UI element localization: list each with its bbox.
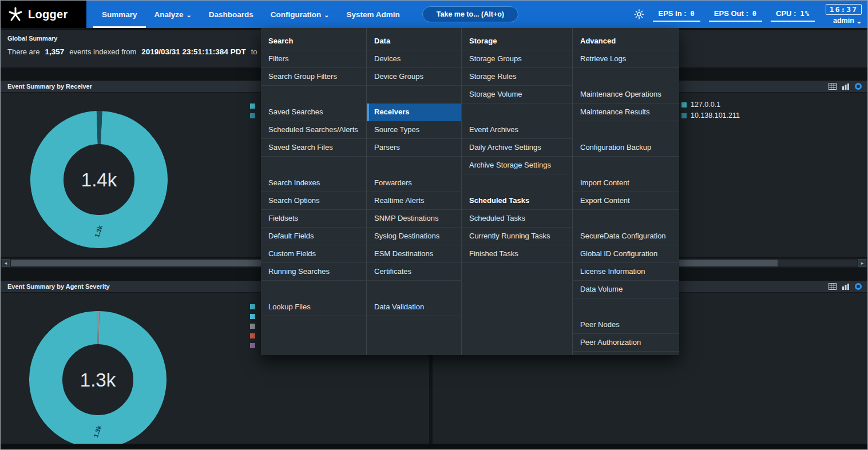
menu-item-search-group-filters[interactable]: Search Group Filters (261, 68, 366, 86)
menu-item-device-groups[interactable]: Device Groups (367, 68, 461, 86)
legend-swatch (250, 324, 255, 329)
menu-item-search-indexes[interactable]: Search Indexes (261, 174, 366, 192)
cpu-value: 1% (800, 10, 809, 18)
menu-item-currently-running-tasks[interactable]: Currently Running Tasks (462, 228, 572, 245)
menu-section-data: Data (367, 33, 461, 50)
menu-item-filters[interactable]: Filters (261, 50, 366, 68)
top-bar: Logger Summary Analyze ⌄ Dashboards Conf… (1, 1, 867, 28)
menu-item-configuration-backup[interactable]: Configuration Backup (573, 139, 679, 157)
menu-item-data-volume[interactable]: Data Volume (573, 281, 679, 298)
menu-spacer (573, 298, 679, 316)
menu-item-custom-fields[interactable]: Custom Fields (261, 245, 366, 263)
logger-logo-icon (8, 7, 23, 22)
summary-text-prefix: There are (7, 47, 39, 56)
menu-item-maintenance-operations[interactable]: Maintenance Operations (573, 86, 679, 103)
bottom-edge (1, 444, 867, 449)
chart-view-button[interactable] (842, 283, 850, 290)
take-me-to-button[interactable]: Take me to... (Alt+o) (422, 6, 518, 22)
menu-item-data-validation[interactable]: Data Validation (367, 298, 461, 316)
menu-item-global-id-configuration[interactable]: Global ID Configuration (573, 245, 679, 263)
legend-swatch (681, 102, 687, 107)
user-menu[interactable]: admin ⌄ (833, 17, 862, 25)
menu-item-securedata-configuration[interactable]: SecureData Configuration (573, 228, 679, 245)
donut-center-label: 1.4k (81, 169, 117, 190)
menu-item-fieldsets[interactable]: Fieldsets (261, 210, 366, 228)
menu-item-saved-search-files[interactable]: Saved Search Files (261, 139, 366, 157)
menu-item-search-options[interactable]: Search Options (261, 192, 366, 210)
menu-spacer (367, 86, 461, 103)
table-view-button[interactable] (829, 83, 837, 90)
menu-item-running-searches[interactable]: Running Searches (261, 263, 366, 281)
nav-system-admin[interactable]: System Admin (338, 1, 409, 28)
menu-item-default-fields[interactable]: Default Fields (261, 228, 366, 245)
scroll-left-button[interactable]: ◂ (2, 259, 10, 267)
menu-item-receivers[interactable]: Receivers (367, 103, 461, 121)
menu-item-certificates[interactable]: Certificates (367, 263, 461, 281)
nav-summary[interactable]: Summary (93, 1, 146, 28)
severity-mini-legend (250, 304, 255, 348)
cpu-metric: CPU : 1% (771, 7, 815, 22)
options-button[interactable] (634, 9, 644, 19)
menu-item-retrieve-logs[interactable]: Retrieve Logs (573, 50, 679, 68)
menu-item-devices[interactable]: Devices (367, 50, 461, 68)
start-timestamp: 2019/03/31 23:51:11:384 PDT (141, 47, 245, 56)
menu-spacer (462, 174, 572, 192)
menu-section-advanced: Advanced (573, 33, 679, 50)
menu-item-export-content[interactable]: Export Content (573, 192, 679, 210)
menu-item-realtime-alerts[interactable]: Realtime Alerts (367, 192, 461, 210)
menu-spacer (573, 157, 679, 174)
table-view-button[interactable] (829, 283, 837, 290)
legend-label: 10.138.101.211 (691, 111, 740, 120)
menu-spacer (261, 86, 366, 103)
menu-item-finished-tasks[interactable]: Finished Tasks (462, 245, 572, 263)
menu-item-event-archives[interactable]: Event Archives (462, 121, 572, 139)
donut-chart-severity: 1.3k1.3k (29, 311, 167, 448)
menu-column-0: SearchFiltersSearch Group FiltersSaved S… (261, 28, 367, 355)
active-view-button[interactable] (855, 83, 862, 90)
menu-item-maintenance-results[interactable]: Maintenance Results (573, 103, 679, 121)
menu-item-source-types[interactable]: Source Types (367, 121, 461, 139)
menu-item-peer-nodes[interactable]: Peer Nodes (573, 316, 679, 334)
menu-item-import-content[interactable]: Import Content (573, 174, 679, 192)
menu-item-daily-archive-settings[interactable]: Daily Archive Settings (462, 139, 572, 157)
menu-item-storage-rules[interactable]: Storage Rules (462, 68, 572, 86)
menu-spacer (261, 281, 366, 298)
chevron-down-icon: ⌄ (857, 18, 862, 25)
menu-item-saved-searches[interactable]: Saved Searches (261, 103, 366, 121)
active-view-button[interactable] (855, 283, 862, 290)
menu-item-scheduled-searches-alerts[interactable]: Scheduled Searches/Alerts (261, 121, 366, 139)
menu-item-forwarders[interactable]: Forwarders (367, 174, 461, 192)
donut-chart-receiver: 1.4k1.3k (30, 111, 168, 248)
menu-item-storage-groups[interactable]: Storage Groups (462, 50, 572, 68)
menu-item-peer-authorization[interactable]: Peer Authorization (573, 334, 679, 352)
clock-user-stack: 16:37 admin ⌄ (826, 4, 862, 25)
menu-item-esm-destinations[interactable]: ESM Destinations (367, 245, 461, 263)
menu-item-snmp-destinations[interactable]: SNMP Destinations (367, 210, 461, 228)
legend-swatch (250, 314, 255, 319)
menu-item-syslog-destinations[interactable]: Syslog Destinations (367, 228, 461, 245)
menu-item-license-information[interactable]: License Information (573, 263, 679, 281)
menu-spacer (573, 68, 679, 86)
menu-item-scheduled-tasks[interactable]: Scheduled Tasks (462, 210, 572, 228)
app-title: Logger (28, 8, 68, 21)
scroll-right-button[interactable]: ▸ (858, 259, 866, 267)
menu-item-parsers[interactable]: Parsers (367, 139, 461, 157)
receiver-mini-legend (250, 103, 255, 118)
chart-view-button[interactable] (842, 83, 850, 90)
eps-in-metric: EPS In : 0 (653, 7, 700, 22)
legend-item: 127.0.0.1 (681, 101, 740, 109)
menu-section-scheduled-tasks: Scheduled Tasks (462, 192, 572, 210)
menu-item-lookup-files[interactable]: Lookup Files (261, 298, 366, 316)
nav-analyze[interactable]: Analyze ⌄ (146, 1, 200, 28)
donut-center-label: 1.3k (80, 369, 116, 391)
nav-dashboards[interactable]: Dashboards (200, 1, 262, 28)
nav-configuration[interactable]: Configuration ⌄ (262, 1, 338, 28)
eps-in-label: EPS In : (658, 9, 686, 18)
cpu-label: CPU : (776, 9, 796, 18)
panel-title: Event Summary by Agent Severity (7, 283, 110, 290)
menu-item-archive-storage-settings[interactable]: Archive Storage Settings (462, 157, 572, 174)
menu-column-2: StorageStorage GroupsStorage RulesStorag… (462, 28, 573, 355)
menu-item-storage-volume[interactable]: Storage Volume (462, 86, 572, 103)
main-nav: Summary Analyze ⌄ Dashboards Configurati… (93, 1, 518, 28)
legend-swatch (250, 343, 255, 348)
